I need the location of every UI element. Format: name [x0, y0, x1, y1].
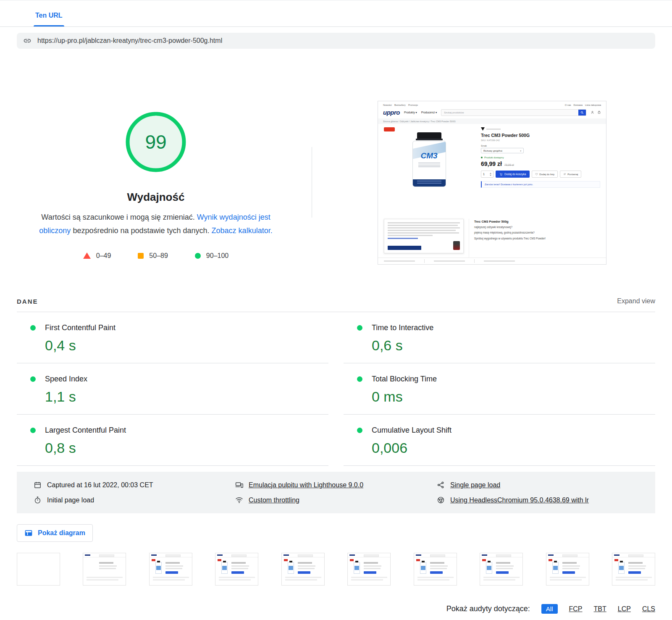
- bottle-cap-ring: [416, 139, 443, 140]
- pass-dot-icon: [30, 428, 36, 433]
- category-title: Wydajność: [127, 191, 185, 204]
- preview-topbar-left: Nowości Bestsellery Promocje: [383, 104, 418, 106]
- metric-value: 0 ms: [372, 389, 655, 405]
- diagram-icon: [24, 529, 33, 537]
- url-bar-row: https://up-pro.pl/jablczan-kreatyny/trec…: [0, 27, 672, 49]
- availability-dot-icon: [481, 157, 483, 158]
- metric-name: Cumulative Layout Shift: [372, 426, 452, 435]
- fail-triangle-icon: [83, 252, 91, 259]
- pass-dot-icon: [357, 376, 362, 382]
- bottle-cap: [417, 132, 441, 139]
- page-screenshot-preview: Nowości Bestsellery Promocje O nas Dosta…: [378, 101, 606, 265]
- preview-nav: Produkty ▾ Producenci ▾: [404, 111, 437, 114]
- performance-score: 99: [124, 110, 188, 174]
- cart-icon: [499, 173, 503, 176]
- search-placeholder: Szukaj produktów: [441, 111, 578, 114]
- desc-text-1: Wartości są szacunkowe i mogą się zmieni…: [41, 213, 197, 221]
- metric-name: First Contentful Paint: [45, 323, 116, 332]
- metric-cumulative-layout-shift: Cumulative Layout Shift 0,006: [344, 415, 655, 466]
- compare-button: Porównaj: [560, 171, 581, 178]
- chrome-icon: [437, 496, 445, 504]
- chevron-down-icon: ▾: [520, 150, 521, 152]
- bottle-label-band: [413, 179, 446, 187]
- emulation-link[interactable]: Emulacja pulpitu with Lighthouse 9.0.0: [235, 481, 437, 489]
- metric-largest-contentful-paint: Largest Contentful Paint 0,8 s: [17, 415, 328, 466]
- filmstrip-frame: [347, 553, 391, 586]
- metrics-section: DANE Expand view First Contentful Paint …: [17, 297, 655, 466]
- preview-footer-strip: [378, 257, 606, 264]
- legend-range: 50–89: [149, 252, 168, 260]
- metric-time-to-interactive: Time to Interactive 0,6 s: [344, 312, 655, 363]
- screenshot-column: Nowości Bestsellery Promocje O nas Dosta…: [312, 101, 672, 265]
- metric-value: 0,8 s: [45, 440, 328, 456]
- description-line: najlepszej odżywki kreatynowej?: [474, 225, 600, 229]
- bottle-label-lines: [418, 163, 440, 167]
- description-line: Spróbuj wygodnego w używaniu produktu Tr…: [474, 236, 600, 240]
- throttling-link[interactable]: Custom throttling: [235, 496, 437, 504]
- devices-icon: [235, 481, 243, 489]
- metrics-header: DANE Expand view: [17, 297, 655, 312]
- pass-dot-icon: [30, 325, 36, 331]
- network-wifi-icon: [235, 496, 243, 504]
- stopwatch-icon: [34, 496, 42, 504]
- metric-value: 0,006: [372, 440, 655, 456]
- chromium-version-link[interactable]: Using HeadlessChromium 95.0.4638.69 with…: [437, 496, 638, 504]
- score-legend: 0–49 50–89 90–100: [83, 252, 228, 260]
- promo-badge: [384, 127, 395, 131]
- compare-arrows-icon: [563, 173, 566, 176]
- shop-logo: uppro: [383, 109, 400, 116]
- legend-item-pass: 90–100: [195, 252, 228, 260]
- quantity-value: 1: [483, 173, 485, 176]
- pass-circle-icon: [195, 253, 201, 259]
- metric-total-blocking-time: Total Blocking Time 0 ms: [344, 363, 655, 415]
- audit-chip-tbt[interactable]: TBT: [594, 605, 606, 613]
- preview-product-section: CM3 Trec CM3 Powder 500G SKU: KAT099: [378, 124, 606, 215]
- flavor-value: Różowy grejpfrut: [483, 150, 502, 152]
- description-line: piękną masę mięśniową, godną pozazdroszc…: [474, 231, 600, 234]
- tab-ten-url[interactable]: Ten URL: [34, 12, 64, 26]
- delivery-note: Zamów teraz! Dostawa z kurierem już jutr…: [481, 181, 600, 188]
- expand-view-link[interactable]: Expand view: [617, 297, 655, 305]
- metric-value: 1,1 s: [45, 389, 328, 405]
- calculator-link[interactable]: Zobacz kalkulator.: [212, 226, 273, 235]
- audit-chip-fcp[interactable]: FCP: [569, 605, 583, 613]
- metrics-grid: First Contentful Paint 0,4 s Time to Int…: [17, 312, 655, 466]
- single-page-load-link[interactable]: Single page load: [437, 481, 638, 489]
- flavor-label: Smak: [481, 144, 600, 147]
- cookie-footer-row: [388, 241, 460, 250]
- filmstrip: [17, 553, 655, 586]
- legend-item-average: 50–89: [138, 252, 168, 260]
- search-button: [578, 109, 586, 116]
- dane-heading: DANE: [17, 298, 38, 305]
- filmstrip-frame: [83, 553, 126, 586]
- capture-info-panel: Captured at 16 lut 2022, 00:03 CET Emula…: [17, 472, 655, 513]
- availability-text: Produkt dostępny: [484, 156, 504, 159]
- stepper-arrows-icon: [490, 173, 491, 176]
- nav-brands: Producenci ▾: [421, 111, 437, 114]
- product-description: Trec CM3 Powder 500g najlepszej odżywki …: [469, 219, 600, 257]
- show-diagram-button[interactable]: Pokaż diagram: [17, 524, 93, 542]
- initial-page-load: Initial page load: [34, 496, 235, 504]
- filmstrip-frame: [149, 553, 192, 586]
- desc-text-2: bezpośrednio na podstawie tych danych.: [71, 226, 211, 235]
- filmstrip-frame-blank: [17, 553, 60, 586]
- pass-dot-icon: [30, 376, 36, 382]
- audit-chip-lcp[interactable]: LCP: [618, 605, 631, 613]
- pass-dot-icon: [357, 325, 362, 331]
- brand-logo-icon: [481, 127, 485, 131]
- heart-icon: [535, 173, 538, 176]
- preview-topbar-right: O nas Dostawa Lista zakupowa: [565, 104, 601, 106]
- tab-bar: Ten URL: [0, 0, 672, 27]
- quantity-stepper: 1: [481, 171, 494, 178]
- cookie-accept-button: [388, 246, 421, 250]
- summary-section: 99 Wydajność Wartości są szacunkowe i mo…: [0, 101, 672, 265]
- account-icon: [591, 110, 594, 114]
- audit-chip-cls[interactable]: CLS: [642, 605, 655, 613]
- audit-chip-all[interactable]: All: [541, 604, 558, 614]
- price-row: 69,99 zł 79,99 zł: [481, 160, 600, 167]
- performance-summary: 99 Wydajność Wartości są szacunkowe i mo…: [0, 101, 312, 260]
- preview-search-bar: Szukaj produktów: [441, 109, 586, 116]
- calendar-icon: [34, 481, 42, 489]
- pass-dot-icon: [357, 428, 362, 433]
- add-to-list-label: Dodaj do listy: [539, 173, 554, 176]
